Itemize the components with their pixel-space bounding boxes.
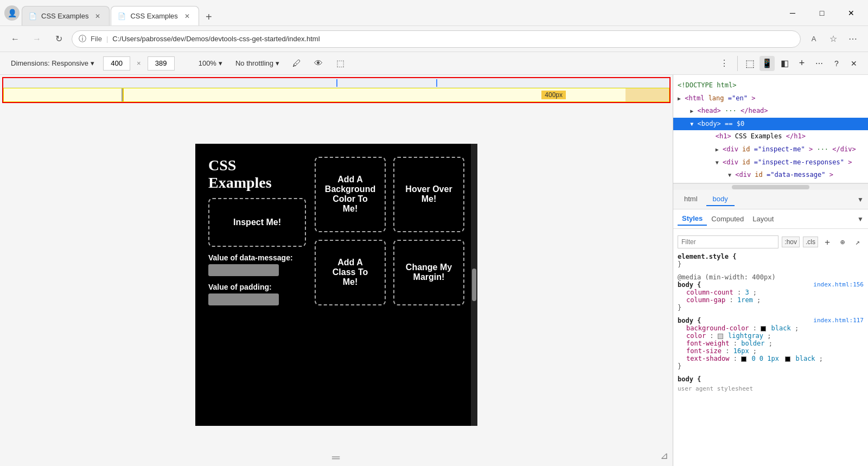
x-separator: × (137, 59, 141, 67)
dimensions-chevron: ▾ (91, 59, 94, 67)
tab-html[interactable]: html (678, 193, 704, 206)
info-icon: ⓘ (79, 34, 86, 44)
change-margin-card[interactable]: Change My Margin! (393, 240, 464, 305)
maximize-button[interactable]: □ (809, 4, 834, 22)
styles-panel: :hov .cls + ⊕ ↗ element.style { } (673, 229, 868, 466)
element-highlight-bar: 400px (3, 88, 669, 102)
tab-1-close[interactable]: ✕ (93, 11, 103, 21)
inspect-me-card[interactable]: Inspect Me! (208, 198, 306, 247)
screenshot-icon[interactable]: ⬚ (331, 55, 349, 72)
devtools-panel: <!DOCTYPE html> ▶ <html lang ="en" > ▶ <… (673, 75, 868, 466)
tab-2[interactable]: 📄 CSS Examples ✕ (111, 6, 199, 25)
dom-tree[interactable]: <!DOCTYPE html> ▶ <html lang ="en" > ▶ <… (673, 75, 868, 183)
body-source-link[interactable]: index.html:117 (813, 317, 864, 324)
text-shadow-swatch[interactable] (741, 356, 746, 362)
dom-body[interactable]: ▼ <body> == $0 (673, 118, 868, 131)
minimize-button[interactable]: ─ (780, 4, 805, 22)
throttle-label: No throttling (235, 59, 273, 67)
dom-scrollbar[interactable] (673, 183, 868, 190)
font-button[interactable]: A (805, 30, 822, 48)
inspect-icon[interactable]: ⬚ (742, 56, 757, 71)
page-content: CSSExamples Inspect Me! Value of data-me… (0, 103, 673, 466)
refresh-button[interactable]: ↻ (50, 30, 67, 48)
user-agent-label: user agent stylesheet (678, 385, 864, 392)
site-title: CSSExamples (208, 157, 306, 191)
media-body-selector: body { (678, 281, 701, 289)
text-shadow-color-swatch[interactable] (785, 356, 790, 362)
user-agent-block: body { user agent stylesheet (678, 375, 864, 392)
tab-1[interactable]: 📄 CSS Examples ✕ (22, 6, 110, 25)
eyedropper-icon[interactable]: 🖊 (288, 55, 305, 72)
eye-icon[interactable]: 👁 (310, 55, 327, 72)
nav-actions: A ☆ ⋯ (805, 30, 861, 48)
file-label: File (91, 35, 102, 43)
cls-button[interactable]: .cls (803, 237, 818, 247)
styles-tab[interactable]: Styles (678, 212, 707, 226)
dom-data-message[interactable]: ▼ <div id ="data-message" > (673, 169, 868, 182)
layout-tab[interactable]: Layout (748, 213, 778, 225)
bg-color-swatch[interactable] (761, 326, 766, 331)
width-input[interactable] (103, 56, 130, 71)
scroll-thumb[interactable] (472, 269, 476, 301)
new-tab-button[interactable]: + (200, 8, 218, 25)
title-bar-left: 👤 (4, 5, 20, 21)
device-emulation-icon[interactable]: 📱 (760, 56, 775, 71)
close-button[interactable]: ✕ (839, 4, 864, 22)
more-button[interactable]: ⋯ (844, 30, 861, 48)
tab-body[interactable]: body (706, 193, 735, 206)
style-tab-expand[interactable]: ▼ (857, 196, 864, 203)
ua-body-selector: body { (678, 375, 701, 383)
pseudo-button[interactable]: :hov (782, 237, 800, 247)
data-message-section: Value of data-message: (208, 253, 306, 276)
add-panel-btn[interactable]: + (794, 56, 809, 71)
devtools-more-btn[interactable]: ⋯ (812, 56, 827, 71)
data-padding-label: Value of padding: (208, 283, 306, 291)
main-area: 400px CSSExamples Inspect Me! (0, 75, 868, 466)
add-class-card[interactable]: Add A Class To Me! (315, 240, 386, 305)
new-style-rule-btn[interactable]: ⊕ (837, 236, 848, 248)
expand-styles-btn[interactable]: ▼ (857, 215, 864, 223)
dimensions-dropdown[interactable]: Dimensions: Responsive ▾ (7, 57, 99, 69)
media-query-block: @media (min-width: 400px) body { index.h… (678, 273, 864, 311)
scrollbar[interactable] (471, 144, 477, 426)
zoom-dropdown[interactable]: 100% ▾ (194, 57, 227, 69)
title-bar: 👤 📄 CSS Examples ✕ 📄 CSS Examples ✕ + ─ … (0, 0, 868, 26)
forward-button[interactable]: → (28, 30, 46, 48)
window-controls: ─ □ ✕ (780, 4, 864, 22)
data-padding-field (208, 293, 279, 305)
dom-head[interactable]: ▶ <head> ··· </head> (673, 105, 868, 118)
address-divider: | (106, 35, 108, 43)
throttle-dropdown[interactable]: No throttling ▾ (231, 57, 284, 69)
width-label: 400px (541, 91, 566, 99)
bg-color-card[interactable]: Add A Background Color To Me! (315, 157, 386, 232)
toolbar-more-icon[interactable]: ⋮ (716, 55, 733, 72)
dom-html[interactable]: ▶ <html lang ="en" > (673, 92, 868, 105)
dom-doctype: <!DOCTYPE html> (673, 79, 868, 92)
panel-layout-icon[interactable]: ◧ (777, 56, 792, 71)
filter-input[interactable] (678, 235, 778, 248)
tab-2-close[interactable]: ✕ (182, 11, 192, 21)
hover-card[interactable]: Hover Over Me! (393, 157, 464, 232)
bookmark-button[interactable]: ☆ (825, 30, 842, 48)
inspect-style-btn[interactable]: ↗ (852, 236, 864, 248)
dom-inspect-me[interactable]: ▶ <div id ="inspect-me" > ··· </div> (673, 143, 868, 156)
browser-window: 👤 📄 CSS Examples ✕ 📄 CSS Examples ✕ + ─ … (0, 0, 868, 466)
back-button[interactable]: ← (7, 30, 24, 48)
color-swatch[interactable] (718, 334, 723, 339)
viewport: 400px CSSExamples Inspect Me! (0, 75, 673, 466)
height-input[interactable] (148, 56, 175, 71)
resize-handle[interactable]: ⊿ (660, 450, 668, 462)
devtools-responsive-toolbar: Dimensions: Responsive ▾ × 100% ▾ No thr… (0, 52, 868, 75)
resize-dots: ═ (332, 451, 341, 464)
dom-h1[interactable]: <h1> CSS Examples </h1> (673, 130, 868, 143)
media-source-link[interactable]: index.html:156 (813, 281, 864, 288)
add-style-btn[interactable]: + (821, 236, 833, 248)
address-bar[interactable]: ⓘ File | C:/Users/pabrosse/dev/Demos/dev… (72, 30, 801, 48)
dom-scroll-thumb[interactable] (732, 185, 810, 189)
body-style-block: body { index.html:117 background-color :… (678, 317, 864, 370)
tab-2-icon: 📄 (118, 12, 126, 20)
devtools-close-btn[interactable]: ✕ (846, 56, 861, 71)
devtools-help-btn[interactable]: ? (829, 56, 844, 71)
computed-tab[interactable]: Computed (707, 213, 748, 225)
dom-inspect-me-responses[interactable]: ▼ <div id ="inspect-me-responses" > (673, 156, 868, 169)
